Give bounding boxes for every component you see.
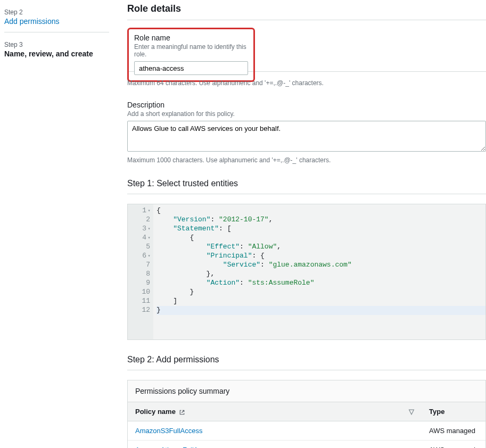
description-label: Description	[127, 101, 486, 109]
description-constraint: Maximum 1000 characters. Use alphanumeri…	[127, 156, 486, 164]
sidebar-step-2: Step 2 Add permissions	[4, 5, 109, 32]
role-name-constraint: Maximum 64 characters. Use alphanumeric …	[127, 79, 486, 87]
step-number: Step 3	[4, 41, 109, 48]
description-hint: Add a short explanation for this policy.	[127, 110, 486, 118]
step1-title: Step 1: Select trusted entities	[127, 179, 486, 188]
permissions-panel: Permissions policy summary Policy name ▽…	[127, 380, 486, 448]
policy-link[interactable]: AmazonS3FullAccess	[128, 421, 422, 441]
role-name-highlight: Role name Enter a meaningful name to ide…	[127, 28, 255, 82]
trust-policy-editor[interactable]: 123456789101112 { "Version": "2012-10-17…	[127, 204, 486, 340]
sidebar-step-3: Step 3 Name, review, and create	[4, 38, 109, 64]
divider	[127, 20, 486, 20]
code-gutter: 123456789101112	[128, 204, 153, 339]
main-content: Role details Role name Enter a meaningfu…	[109, 0, 486, 448]
external-link-icon	[179, 409, 185, 416]
page-title: Role details	[127, 3, 486, 14]
description-input[interactable]	[127, 121, 486, 152]
wizard-sidebar: Step 2 Add permissions Step 3 Name, revi…	[0, 0, 109, 70]
sidebar-current-step: Name, review, and create	[4, 49, 109, 58]
policy-link[interactable]: AmazonAthenaFullAccess	[128, 441, 422, 449]
permissions-summary-label: Permissions policy summary	[128, 380, 485, 402]
sidebar-link-add-permissions[interactable]: Add permissions	[4, 17, 109, 26]
step2-title: Step 2: Add permissions	[127, 355, 486, 364]
permissions-table: Policy name ▽ Type AmazonS3FullAccessAWS…	[128, 402, 485, 448]
table-row: AmazonS3FullAccessAWS managed	[128, 421, 485, 441]
sort-icon: ▽	[409, 408, 414, 416]
divider	[127, 370, 486, 370]
col-policy-name[interactable]: Policy name ▽	[128, 402, 422, 421]
step-number: Step 2	[4, 9, 109, 16]
col-policy-name-label: Policy name	[135, 408, 176, 416]
role-name-input[interactable]	[134, 61, 248, 75]
policy-type: AWS managed	[422, 421, 485, 441]
code-body[interactable]: { "Version": "2012-10-17", "Statement": …	[153, 204, 485, 339]
role-name-label: Role name	[134, 34, 248, 42]
col-type[interactable]: Type	[422, 402, 485, 421]
role-name-hint: Enter a meaningful name to identify this…	[134, 43, 248, 58]
divider	[127, 194, 486, 194]
table-row: AmazonAthenaFullAccessAWS managed	[128, 441, 485, 449]
description-block: Description Add a short explanation for …	[127, 101, 486, 164]
policy-type: AWS managed	[422, 441, 485, 449]
col-type-label: Type	[429, 408, 444, 416]
